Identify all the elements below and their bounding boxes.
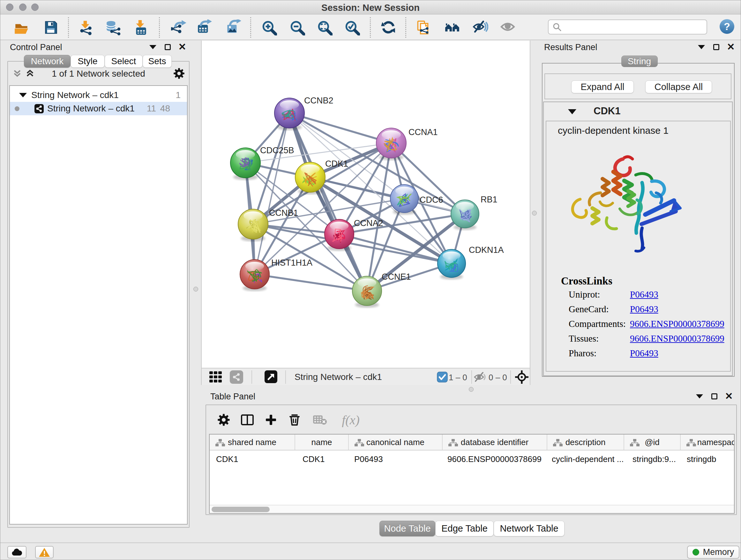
control-panel-menu-button[interactable] (149, 43, 157, 51)
tab-network[interactable]: Network (24, 55, 71, 68)
gene-expander-icon[interactable] (568, 109, 576, 114)
column-header-description[interactable]: description (547, 435, 624, 450)
node-CCNA2[interactable] (325, 219, 354, 251)
column-header-shared-name[interactable]: shared name (210, 435, 295, 450)
tab-string[interactable]: String (621, 56, 658, 67)
zoom-in-button[interactable] (260, 19, 278, 36)
column-header-database-identifier[interactable]: database identifier (443, 435, 547, 450)
table-cell[interactable]: P06493 (349, 451, 443, 467)
crosslink-link[interactable]: P06493 (630, 348, 658, 359)
show-selected-button[interactable] (500, 19, 517, 36)
edge-HIST1H1A-CCNE1[interactable] (255, 274, 367, 291)
table-row[interactable]: CDK1CDK1P064939606.ENSP00000378699cyclin… (210, 451, 734, 467)
table-columns-icon[interactable] (239, 412, 256, 428)
import-network-file-button[interactable] (77, 19, 94, 36)
string-share-button[interactable] (230, 370, 243, 384)
save-session-button[interactable] (42, 19, 59, 36)
node-RB1[interactable] (451, 200, 479, 230)
control-panel-close-button[interactable]: ✕ (179, 43, 186, 51)
gene-section-header[interactable]: CDK1 (544, 102, 732, 121)
table-horizontal-scrollbar[interactable] (210, 505, 734, 513)
export-network-button[interactable] (171, 19, 188, 36)
table-delete-column-trash-icon[interactable] (286, 412, 303, 428)
refresh-button[interactable] (380, 19, 397, 36)
node-label-CDC25B: CDC25B (260, 145, 294, 155)
hide-selected-button[interactable] (472, 19, 489, 36)
crosslink-link[interactable]: 9606.ENSP00000378699 (630, 333, 724, 344)
table-cell[interactable]: CDK1 (210, 451, 295, 467)
table-cell[interactable]: stringdb:9... (624, 451, 681, 467)
open-in-window-button[interactable] (265, 370, 277, 383)
results-panel-menu-button[interactable] (697, 43, 705, 51)
import-network-database-icon (105, 19, 121, 36)
node-CDC25B[interactable] (230, 148, 260, 180)
zoom-fit-button[interactable] (316, 19, 333, 36)
table-panel-close-button[interactable]: ✕ (725, 392, 733, 400)
warnings-button[interactable] (35, 546, 54, 558)
import-network-database-button[interactable] (104, 19, 121, 36)
left-splitter-handle[interactable] (193, 287, 198, 292)
collection-expander-icon[interactable] (19, 93, 27, 98)
tab-select[interactable]: Select (105, 55, 143, 68)
network-options-gear-icon[interactable] (173, 67, 185, 81)
zoom-selected-button[interactable] (343, 19, 360, 36)
help-button[interactable]: ? (718, 18, 736, 35)
open-session-icon (13, 19, 29, 36)
crosslink-link[interactable]: P06493 (630, 304, 658, 314)
node-CDKN1A[interactable] (437, 249, 466, 280)
node-CCNE1[interactable] (352, 276, 382, 308)
tab-network-table[interactable]: Network Table (494, 521, 564, 537)
crosslink-link[interactable]: P06493 (630, 289, 658, 300)
network-canvas[interactable]: CCNB2CCNA1CDC25BCDK1CDC6RB1CCNB1CCNA2CDK… (202, 41, 530, 367)
column-header-canonical-name[interactable]: canonical name (349, 435, 443, 450)
fit-content-crosshair-button[interactable] (515, 370, 529, 384)
right-splitter-handle[interactable] (532, 211, 537, 215)
birdseye-grid-button[interactable] (209, 370, 223, 384)
clone-network-button[interactable] (414, 19, 432, 36)
column-header-namespace[interactable]: namespace (681, 435, 735, 450)
export-image-button[interactable] (225, 19, 242, 36)
node-CCNA1[interactable] (376, 128, 406, 160)
results-panel-close-button[interactable]: ✕ (727, 43, 735, 51)
column-header--id[interactable]: @id (624, 435, 681, 450)
network-row[interactable]: String Network – cdk1 11 48 (10, 102, 187, 115)
hidden-eye-icon[interactable] (474, 371, 487, 383)
selected-checkbox[interactable] (437, 372, 448, 382)
results-panel-float-button[interactable] (712, 43, 720, 51)
expand-all-button[interactable]: Expand All (571, 80, 634, 93)
search-field[interactable] (548, 19, 707, 35)
collapse-all-button[interactable]: Collapse All (645, 80, 712, 93)
tab-edge-table[interactable]: Edge Table (435, 521, 494, 537)
network-collection-row[interactable]: String Network – cdk1 1 (10, 88, 187, 102)
tab-style[interactable]: Style (71, 55, 105, 68)
edge-CCNB2-CCNA1[interactable] (289, 113, 391, 143)
table-panel-menu-button[interactable] (696, 392, 703, 400)
tab-sets[interactable]: Sets (143, 55, 172, 68)
horizontal-splitter-handle[interactable] (469, 387, 474, 392)
table-cell[interactable]: stringdb (681, 451, 735, 467)
memory-button[interactable]: Memory (687, 546, 739, 559)
show-all-nodes-button[interactable] (444, 19, 461, 36)
open-session-button[interactable] (13, 19, 30, 36)
column-header-name[interactable]: name (295, 435, 349, 450)
search-input[interactable] (564, 21, 706, 34)
table-settings-gear-icon[interactable] (215, 412, 232, 428)
node-CCNB1[interactable] (238, 209, 268, 241)
network-view-toolbar: String Network – cdk1 1 – 0 0 – 0 (202, 368, 530, 385)
export-table-button[interactable] (196, 19, 213, 36)
cloud-status-button[interactable] (7, 546, 26, 558)
table-add-column-icon[interactable] (263, 412, 279, 428)
control-panel-float-button[interactable] (164, 43, 172, 51)
crosslink-link[interactable]: 9606.ENSP00000378699 (630, 319, 724, 329)
node-HIST1H1A[interactable] (240, 260, 269, 291)
zoom-out-button[interactable] (288, 19, 306, 36)
table-cell[interactable]: CDK1 (295, 451, 349, 467)
zoom-in-icon (261, 19, 277, 36)
table-cell[interactable]: 9606.ENSP00000378699 (443, 451, 547, 467)
table-panel-float-button[interactable] (711, 392, 718, 400)
import-table-file-button[interactable] (131, 19, 149, 36)
scrollbar-thumb[interactable] (212, 507, 270, 512)
tab-node-table[interactable]: Node Table (380, 521, 435, 537)
table-cell[interactable]: cyclin-dependent ... (547, 451, 624, 467)
edge-CCNB2-HIST1H1A[interactable] (255, 113, 289, 274)
